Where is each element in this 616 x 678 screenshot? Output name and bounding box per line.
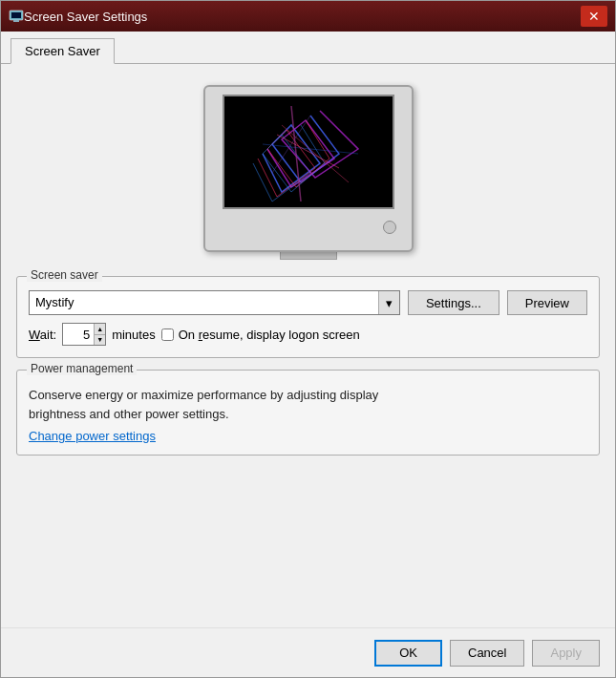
spin-down-button[interactable]: ▼ [95, 335, 105, 346]
resume-label: On resume, display logon screen [179, 328, 360, 342]
wait-row: Wait: ▲ ▼ minutes On resume, display log… [29, 323, 587, 346]
screensaver-group: Screen saver Mystify ▾ Settings... Previ… [16, 276, 600, 358]
svg-rect-2 [13, 20, 19, 22]
resume-checkbox-area: On resume, display logon screen [161, 328, 360, 342]
monitor-preview-area [16, 75, 600, 265]
preview-button[interactable]: Preview [507, 290, 587, 315]
dropdown-arrow-button[interactable]: ▾ [378, 291, 399, 314]
window-title: Screen Saver Settings [24, 10, 581, 24]
change-power-settings-link[interactable]: Change power settings [29, 429, 156, 443]
wait-input[interactable] [63, 324, 94, 345]
spin-buttons: ▲ ▼ [94, 324, 105, 345]
close-button[interactable]: ✕ [581, 6, 607, 27]
screensaver-group-label: Screen saver [27, 268, 102, 282]
monitor-preview [203, 85, 414, 252]
main-content: Screen saver Mystify ▾ Settings... Previ… [1, 64, 615, 627]
resume-checkbox[interactable] [161, 328, 174, 341]
window-icon [9, 9, 24, 24]
spin-up-button[interactable]: ▲ [95, 324, 105, 335]
footer: OK Cancel Apply [1, 627, 615, 677]
chevron-down-icon: ▾ [386, 296, 393, 310]
screen-preview [223, 95, 394, 209]
screensaver-dropdown[interactable]: Mystify ▾ [29, 290, 400, 315]
screen-saver-settings-window: Screen Saver Settings ✕ Screen Saver [0, 0, 616, 678]
screensaver-dropdown-value: Mystify [30, 290, 378, 315]
mystify-animation [224, 96, 394, 209]
svg-rect-1 [11, 12, 21, 18]
wait-spinner[interactable]: ▲ ▼ [62, 323, 106, 346]
settings-button[interactable]: Settings... [408, 290, 499, 315]
monitor-power-button [383, 221, 396, 234]
tab-bar: Screen Saver [1, 32, 615, 64]
power-group-label: Power management [27, 362, 137, 375]
svg-rect-3 [224, 96, 394, 209]
ok-button[interactable]: OK [374, 640, 442, 667]
monitor-bottom [213, 209, 404, 245]
wait-label: Wait: [29, 328, 56, 342]
cancel-button[interactable]: Cancel [450, 640, 524, 667]
power-management-group: Power management Conserve energy or maxi… [16, 370, 600, 456]
screensaver-row: Mystify ▾ Settings... Preview [29, 290, 587, 315]
minutes-label: minutes [112, 328, 156, 342]
power-description: Conserve energy or maximize performance … [29, 386, 587, 423]
apply-button[interactable]: Apply [532, 640, 600, 667]
title-bar: Screen Saver Settings ✕ [1, 1, 615, 32]
tab-screen-saver[interactable]: Screen Saver [11, 38, 115, 64]
